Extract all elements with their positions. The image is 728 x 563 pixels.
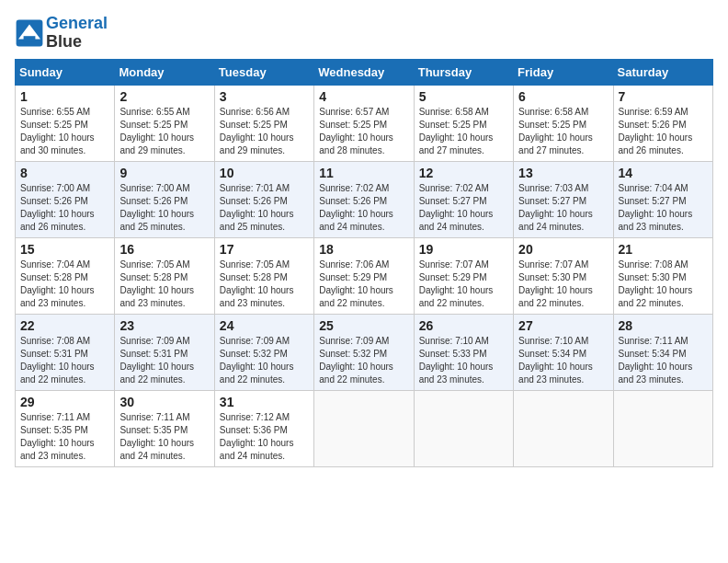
day-info: Sunrise: 7:08 AM Sunset: 5:31 PM Dayligh… — [20, 335, 109, 386]
weekday-header-wednesday: Wednesday — [314, 59, 414, 85]
calendar-cell: 7 Sunrise: 6:59 AM Sunset: 5:26 PM Dayli… — [613, 85, 712, 161]
day-number: 18 — [319, 242, 408, 257]
day-number: 24 — [220, 318, 309, 333]
day-number: 30 — [119, 395, 209, 409]
weekday-header-friday: Friday — [514, 59, 613, 85]
calendar-week-4: 22 Sunrise: 7:08 AM Sunset: 5:31 PM Dayl… — [16, 314, 713, 390]
day-number: 8 — [20, 166, 109, 180]
weekday-header-tuesday: Tuesday — [214, 59, 313, 85]
day-info: Sunrise: 7:11 AM Sunset: 5:35 PM Dayligh… — [119, 411, 209, 463]
day-number: 11 — [319, 166, 408, 180]
day-info: Sunrise: 6:58 AM Sunset: 5:25 PM Dayligh… — [518, 106, 608, 157]
calendar-cell: 23 Sunrise: 7:09 AM Sunset: 5:31 PM Dayl… — [115, 314, 214, 390]
weekday-header-row: SundayMondayTuesdayWednesdayThursdayFrid… — [16, 59, 713, 85]
day-info: Sunrise: 7:03 AM Sunset: 5:27 PM Dayligh… — [518, 182, 608, 234]
day-number: 27 — [518, 318, 608, 333]
calendar-week-2: 8 Sunrise: 7:00 AM Sunset: 5:26 PM Dayli… — [16, 161, 713, 237]
day-number: 10 — [220, 166, 309, 180]
day-number: 7 — [619, 89, 708, 104]
calendar-week-1: 1 Sunrise: 6:55 AM Sunset: 5:25 PM Dayli… — [16, 85, 713, 161]
calendar-week-3: 15 Sunrise: 7:04 AM Sunset: 5:28 PM Dayl… — [16, 237, 713, 314]
day-number: 4 — [319, 89, 408, 104]
calendar-cell: 26 Sunrise: 7:10 AM Sunset: 5:33 PM Dayl… — [414, 314, 513, 390]
day-info: Sunrise: 7:09 AM Sunset: 5:32 PM Dayligh… — [319, 335, 408, 386]
day-info: Sunrise: 7:10 AM Sunset: 5:33 PM Dayligh… — [419, 335, 508, 386]
day-info: Sunrise: 6:55 AM Sunset: 5:25 PM Dayligh… — [119, 106, 209, 157]
calendar-cell: 18 Sunrise: 7:06 AM Sunset: 5:29 PM Dayl… — [314, 237, 414, 314]
svg-rect-2 — [24, 36, 36, 41]
day-info: Sunrise: 7:05 AM Sunset: 5:28 PM Dayligh… — [119, 259, 209, 310]
calendar-week-5: 29 Sunrise: 7:11 AM Sunset: 5:35 PM Dayl… — [16, 390, 713, 466]
calendar-cell: 14 Sunrise: 7:04 AM Sunset: 5:27 PM Dayl… — [613, 161, 712, 237]
calendar-cell: 9 Sunrise: 7:00 AM Sunset: 5:26 PM Dayli… — [115, 161, 214, 237]
day-info: Sunrise: 7:07 AM Sunset: 5:30 PM Dayligh… — [518, 259, 608, 310]
calendar-cell: 27 Sunrise: 7:10 AM Sunset: 5:34 PM Dayl… — [514, 314, 613, 390]
calendar-cell: 22 Sunrise: 7:08 AM Sunset: 5:31 PM Dayl… — [16, 314, 115, 390]
day-info: Sunrise: 7:11 AM Sunset: 5:35 PM Dayligh… — [20, 411, 109, 463]
day-number: 1 — [20, 89, 109, 104]
day-number: 14 — [619, 166, 708, 180]
day-info: Sunrise: 6:58 AM Sunset: 5:25 PM Dayligh… — [419, 106, 508, 157]
weekday-header-saturday: Saturday — [613, 59, 712, 85]
day-info: Sunrise: 7:05 AM Sunset: 5:28 PM Dayligh… — [220, 259, 309, 310]
calendar-cell: 13 Sunrise: 7:03 AM Sunset: 5:27 PM Dayl… — [514, 161, 613, 237]
calendar-cell: 31 Sunrise: 7:12 AM Sunset: 5:36 PM Dayl… — [214, 390, 313, 466]
page-header: GeneralBlue — [15, 15, 713, 52]
weekday-header-thursday: Thursday — [414, 59, 513, 85]
day-number: 25 — [319, 318, 408, 333]
day-info: Sunrise: 7:04 AM Sunset: 5:27 PM Dayligh… — [619, 182, 708, 234]
calendar-cell: 3 Sunrise: 6:56 AM Sunset: 5:25 PM Dayli… — [214, 85, 313, 161]
calendar-cell: 24 Sunrise: 7:09 AM Sunset: 5:32 PM Dayl… — [214, 314, 313, 390]
day-info: Sunrise: 6:57 AM Sunset: 5:25 PM Dayligh… — [319, 106, 408, 157]
logo-icon — [15, 18, 44, 48]
day-number: 3 — [220, 89, 309, 104]
calendar-cell: 28 Sunrise: 7:11 AM Sunset: 5:34 PM Dayl… — [613, 314, 712, 390]
day-info: Sunrise: 7:08 AM Sunset: 5:30 PM Dayligh… — [619, 259, 708, 310]
day-number: 6 — [518, 89, 608, 104]
day-number: 16 — [119, 242, 209, 257]
calendar-cell: 2 Sunrise: 6:55 AM Sunset: 5:25 PM Dayli… — [115, 85, 214, 161]
day-number: 12 — [419, 166, 508, 180]
calendar-cell: 17 Sunrise: 7:05 AM Sunset: 5:28 PM Dayl… — [214, 237, 313, 314]
calendar-cell: 21 Sunrise: 7:08 AM Sunset: 5:30 PM Dayl… — [613, 237, 712, 314]
calendar-cell: 1 Sunrise: 6:55 AM Sunset: 5:25 PM Dayli… — [16, 85, 115, 161]
day-number: 23 — [119, 318, 209, 333]
calendar-table: SundayMondayTuesdayWednesdayThursdayFrid… — [15, 59, 713, 467]
day-info: Sunrise: 7:02 AM Sunset: 5:26 PM Dayligh… — [319, 182, 408, 234]
calendar-cell — [613, 390, 712, 466]
calendar-cell: 10 Sunrise: 7:01 AM Sunset: 5:26 PM Dayl… — [214, 161, 313, 237]
day-info: Sunrise: 7:00 AM Sunset: 5:26 PM Dayligh… — [20, 182, 109, 234]
day-number: 15 — [20, 242, 109, 257]
calendar-cell: 25 Sunrise: 7:09 AM Sunset: 5:32 PM Dayl… — [314, 314, 414, 390]
day-number: 13 — [518, 166, 608, 180]
day-info: Sunrise: 7:09 AM Sunset: 5:31 PM Dayligh… — [119, 335, 209, 386]
day-info: Sunrise: 6:56 AM Sunset: 5:25 PM Dayligh… — [220, 106, 309, 157]
day-info: Sunrise: 7:10 AM Sunset: 5:34 PM Dayligh… — [518, 335, 608, 386]
day-number: 28 — [619, 318, 708, 333]
calendar-cell — [514, 390, 613, 466]
day-info: Sunrise: 7:07 AM Sunset: 5:29 PM Dayligh… — [419, 259, 508, 310]
day-number: 20 — [518, 242, 608, 257]
calendar-cell: 5 Sunrise: 6:58 AM Sunset: 5:25 PM Dayli… — [414, 85, 513, 161]
calendar-cell — [314, 390, 414, 466]
day-info: Sunrise: 7:01 AM Sunset: 5:26 PM Dayligh… — [220, 182, 309, 234]
calendar-cell: 11 Sunrise: 7:02 AM Sunset: 5:26 PM Dayl… — [314, 161, 414, 237]
logo-text: GeneralBlue — [46, 15, 108, 52]
day-info: Sunrise: 7:09 AM Sunset: 5:32 PM Dayligh… — [220, 335, 309, 386]
calendar-cell: 20 Sunrise: 7:07 AM Sunset: 5:30 PM Dayl… — [514, 237, 613, 314]
weekday-header-sunday: Sunday — [16, 59, 115, 85]
day-info: Sunrise: 7:12 AM Sunset: 5:36 PM Dayligh… — [220, 411, 309, 463]
calendar-cell: 12 Sunrise: 7:02 AM Sunset: 5:27 PM Dayl… — [414, 161, 513, 237]
weekday-header-monday: Monday — [115, 59, 214, 85]
day-number: 22 — [20, 318, 109, 333]
day-info: Sunrise: 7:04 AM Sunset: 5:28 PM Dayligh… — [20, 259, 109, 310]
day-number: 26 — [419, 318, 508, 333]
day-info: Sunrise: 7:02 AM Sunset: 5:27 PM Dayligh… — [419, 182, 508, 234]
day-info: Sunrise: 7:11 AM Sunset: 5:34 PM Dayligh… — [619, 335, 708, 386]
day-info: Sunrise: 7:00 AM Sunset: 5:26 PM Dayligh… — [119, 182, 209, 234]
day-number: 9 — [119, 166, 209, 180]
day-number: 21 — [619, 242, 708, 257]
day-info: Sunrise: 7:06 AM Sunset: 5:29 PM Dayligh… — [319, 259, 408, 310]
calendar-cell: 19 Sunrise: 7:07 AM Sunset: 5:29 PM Dayl… — [414, 237, 513, 314]
calendar-cell: 30 Sunrise: 7:11 AM Sunset: 5:35 PM Dayl… — [115, 390, 214, 466]
